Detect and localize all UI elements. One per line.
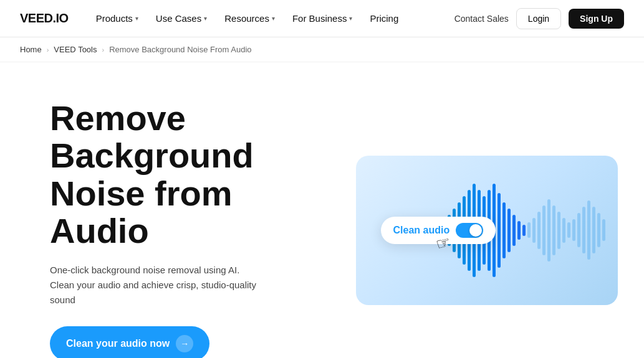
- hero-right: Clean audio ☞: [349, 156, 624, 305]
- waveform-bar: [582, 207, 585, 253]
- breadcrumb-separator-2: ›: [102, 46, 105, 54]
- breadcrumb: Home › VEED Tools › Remove Background No…: [0, 37, 644, 62]
- waveform-bar: [522, 225, 526, 236]
- waveform-bar: [562, 218, 565, 243]
- waveform-bar: [602, 219, 605, 241]
- breadcrumb-separator: ›: [47, 46, 49, 54]
- chevron-down-icon: ▾: [135, 15, 138, 22]
- waveform-bar: [532, 218, 536, 243]
- logo[interactable]: VEED.IO: [20, 11, 69, 26]
- breadcrumb-home[interactable]: Home: [20, 45, 42, 54]
- waveform-bar: [552, 205, 555, 255]
- audio-visualization-card: Clean audio ☞: [356, 156, 618, 305]
- hero-title: Remove Background Noise from Audio: [50, 100, 312, 250]
- nav-item-resources[interactable]: Resources ▾: [217, 8, 282, 29]
- waveform-bar: [497, 193, 501, 268]
- toggle-switch[interactable]: [456, 223, 483, 238]
- hero-description: One-click background noise removal using…: [50, 263, 262, 308]
- chevron-down-icon: ▾: [272, 15, 275, 22]
- contact-sales-link[interactable]: Contact Sales: [454, 14, 509, 24]
- chevron-down-icon: ▾: [349, 15, 352, 22]
- login-button[interactable]: Login: [516, 8, 561, 29]
- waveform-bar: [597, 213, 600, 247]
- hero-section: Remove Background Noise from Audio One-c…: [0, 62, 644, 358]
- waveform-bar: [547, 199, 550, 261]
- waveform-bar: [507, 209, 511, 252]
- waveform-bar: [527, 222, 531, 238]
- waveform-bar: [567, 222, 570, 238]
- chevron-down-icon: ▾: [204, 15, 207, 22]
- waveform-bar: [577, 213, 580, 247]
- hero-left: Remove Background Noise from Audio One-c…: [50, 100, 312, 358]
- nav-item-forbusiness[interactable]: For Business ▾: [285, 8, 360, 29]
- waveform-bar: [592, 207, 595, 253]
- audio-card-inner: Clean audio ☞: [356, 156, 618, 305]
- signup-button[interactable]: Sign Up: [569, 9, 624, 29]
- arrow-icon: →: [176, 335, 193, 352]
- nav-item-pricing[interactable]: Pricing: [362, 8, 406, 29]
- breadcrumb-tools[interactable]: VEED Tools: [54, 45, 97, 54]
- waveform-bar: [517, 221, 521, 240]
- waveform-bar: [502, 202, 506, 258]
- waveform-bar: [542, 205, 545, 255]
- navbar: VEED.IO Products ▾ Use Cases ▾ Resources…: [0, 0, 644, 37]
- nav-links: Products ▾ Use Cases ▾ Resources ▾ For B…: [89, 8, 454, 29]
- nav-item-products[interactable]: Products ▾: [89, 8, 146, 29]
- waveform-bar: [557, 212, 560, 249]
- nav-item-usecases[interactable]: Use Cases ▾: [148, 8, 214, 29]
- nav-right: Contact Sales Login Sign Up: [454, 8, 624, 29]
- cta-button[interactable]: Clean your audio now →: [50, 326, 209, 358]
- waveform-bar: [587, 200, 590, 260]
- breadcrumb-current: Remove Background Noise From Audio: [109, 45, 251, 54]
- waveform-bar: [572, 219, 575, 241]
- waveform-bar: [512, 215, 516, 246]
- waveform-bar: [537, 212, 541, 249]
- toggle-knob: [469, 224, 482, 237]
